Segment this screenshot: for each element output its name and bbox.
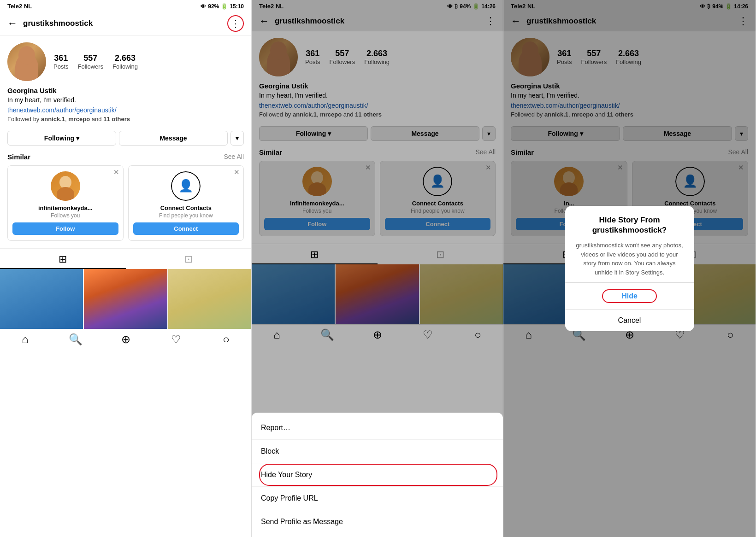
connect-button-1[interactable]: Connect: [133, 222, 239, 235]
photo-3[interactable]: [168, 269, 251, 329]
menu-overlay: Report… Block Hide Your Story Copy Profi…: [252, 0, 503, 537]
see-all-1[interactable]: See All: [224, 153, 244, 160]
similar-cards-1: ✕ infinitemonkeyda... Follows you Follow…: [7, 165, 244, 241]
bottom-nav-1: ⌂ 🔍 ⊕ ♡ ○: [0, 329, 251, 351]
nav-add-1[interactable]: ⊕: [100, 333, 151, 346]
similar-card-person: ✕ infinitemonkeyda... Follows you Follow: [7, 165, 124, 241]
card-avatar-connect: 👤: [171, 171, 201, 201]
close-card-1[interactable]: ✕: [113, 169, 119, 175]
person-tag-icon: ⊡: [184, 253, 193, 265]
profile-bio-1: In my heart, I'm verified.: [7, 96, 244, 105]
nav-title-1: grustikshmoostick: [23, 19, 227, 28]
photo-grid-1: [0, 269, 251, 329]
posts-number-1: 361: [53, 53, 69, 63]
similar-card-connect: ✕ 👤 Connect Contacts Find people you kno…: [128, 165, 244, 241]
dialog-overlay: Hide Story From grustikshmoostick? grust…: [503, 0, 756, 537]
search-icon: 🔍: [69, 333, 83, 346]
chevron-down-icon: ▾: [76, 134, 79, 142]
stat-following-1: 2.663 Following: [112, 53, 138, 70]
card-sub-2: Find people you know: [133, 212, 239, 219]
tab-bar-1: ⊞ ⊡: [0, 248, 251, 269]
posts-label-1: Posts: [53, 63, 69, 70]
nav-search-1[interactable]: 🔍: [50, 333, 100, 346]
menu-sheet: Report… Block Hide Your Story Copy Profi…: [252, 413, 503, 537]
similar-section-1: Similar See All ✕ infinitemonkeyda... Fo…: [0, 149, 251, 243]
back-button-1[interactable]: ←: [7, 18, 18, 29]
follow-button-1[interactable]: Follow: [12, 222, 118, 235]
status-right-1: 👁 92% 🔋 15:10: [201, 3, 244, 10]
dialog-title: Hide Story From grustikshmoostick?: [574, 215, 685, 235]
grid-icon: ⊞: [59, 253, 67, 265]
more-button-1[interactable]: ⋮: [227, 15, 244, 32]
followed-by-1: Followed by annick.1, mrcepo and 11 othe…: [7, 116, 244, 123]
heart-icon: ♡: [171, 333, 181, 346]
avatar-1: [7, 42, 46, 81]
dropdown-button-1[interactable]: ▾: [230, 131, 244, 146]
following-label-1: Following: [112, 63, 138, 70]
following-button-1[interactable]: Following ▾: [7, 131, 116, 146]
tab-grid-1[interactable]: ⊞: [0, 249, 126, 269]
hide-story-dialog: Hide Story From grustikshmoostick? grust…: [565, 206, 694, 331]
stat-followers-1: 557 Followers: [78, 53, 104, 70]
person-add-icon: 👤: [178, 179, 193, 193]
similar-header-1: Similar See All: [7, 153, 244, 161]
cancel-button[interactable]: Cancel: [565, 310, 694, 331]
add-icon: ⊕: [121, 333, 130, 346]
action-buttons-1: Following ▾ Message ▾: [0, 127, 251, 149]
profile-name-1: Georgina Ustik: [7, 87, 244, 94]
close-card-2[interactable]: ✕: [234, 169, 240, 175]
dialog-actions: Hide Cancel: [565, 282, 694, 331]
profile-section-1: 361 Posts 557 Followers 2.663 Following …: [0, 36, 251, 127]
following-number-1: 2.663: [112, 53, 138, 63]
card-sub-1: Follows you: [12, 212, 118, 219]
menu-item-send-profile[interactable]: Send Profile as Message: [252, 510, 503, 533]
card-name-1: infinitemonkeyda...: [12, 204, 118, 211]
status-bar-1: Tele2 NL 👁 92% 🔋 15:10: [0, 0, 251, 12]
card-avatar-person: [51, 171, 80, 201]
menu-item-copy-url[interactable]: Copy Profile URL: [252, 487, 503, 510]
panel-3: Tele2 NL 👁 ₿ 94% 🔋 14:26 ← grustikshmoos…: [503, 0, 756, 537]
stat-posts-1: 361 Posts: [53, 53, 69, 70]
similar-title-1: Similar: [7, 153, 30, 161]
avatar-image-1: [7, 42, 46, 81]
battery-1: 92%: [208, 3, 219, 10]
panel-2: Tele2 NL 👁 ₿ 94% 🔋 14:26 ← grustikshmoos…: [252, 0, 503, 537]
nav-profile-1[interactable]: ○: [201, 333, 251, 346]
battery-icon: 🔋: [221, 3, 228, 10]
photo-1[interactable]: [0, 269, 83, 329]
menu-item-block[interactable]: Block: [252, 440, 503, 463]
nav-heart-1[interactable]: ♡: [151, 333, 201, 346]
profile-link-1[interactable]: thenextweb.com/author/georginaustik/: [7, 106, 244, 114]
tab-tagged-1[interactable]: ⊡: [126, 249, 252, 269]
eye-icon: 👁: [201, 3, 206, 10]
hide-confirm-button[interactable]: Hide: [565, 283, 694, 310]
stats-1: 361 Posts 557 Followers 2.663 Following: [53, 53, 138, 70]
profile-top-1: 361 Posts 557 Followers 2.663 Following: [7, 42, 244, 81]
following-label: Following: [44, 134, 74, 142]
nav-home-1[interactable]: ⌂: [0, 333, 50, 346]
card-name-2: Connect Contacts: [133, 204, 239, 211]
home-icon: ⌂: [22, 333, 29, 346]
dialog-body: grustikshmoostick won't see any photos, …: [574, 241, 685, 277]
time-1: 15:10: [230, 3, 244, 10]
photo-2[interactable]: [84, 269, 167, 329]
menu-item-hide-story[interactable]: Hide Your Story: [252, 463, 503, 487]
dialog-content: Hide Story From grustikshmoostick? grust…: [565, 206, 694, 282]
carrier-1: Tele2 NL: [7, 3, 32, 10]
nav-bar-1: ← grustikshmoostick ⋮: [0, 12, 251, 36]
hide-label: Hide: [602, 289, 657, 303]
message-button-1[interactable]: Message: [119, 131, 228, 146]
followers-label-1: Followers: [78, 63, 104, 70]
panel-1: Tele2 NL 👁 92% 🔋 15:10 ← grustikshmoosti…: [0, 0, 252, 537]
followers-number-1: 557: [78, 53, 104, 63]
profile-icon: ○: [223, 333, 230, 346]
menu-item-report[interactable]: Report…: [252, 416, 503, 440]
